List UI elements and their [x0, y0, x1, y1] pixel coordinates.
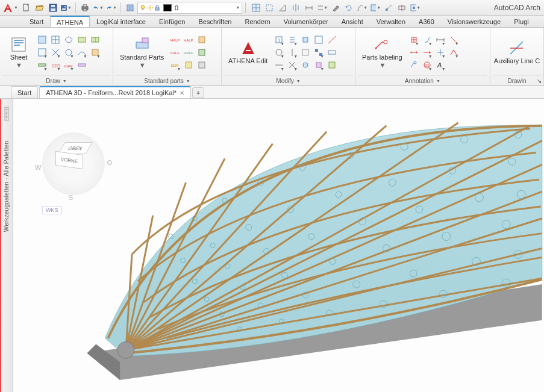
tab-logikal[interactable]: LogiKal interface	[90, 16, 152, 27]
tab-einfuegen[interactable]: Einfügen	[152, 16, 192, 27]
ann-btn-7[interactable]: ▼	[434, 46, 446, 58]
wrench-icon[interactable]	[330, 2, 342, 14]
layer-dropdown[interactable]: 0 ▼	[137, 2, 242, 14]
ann-btn-4[interactable]: ▼	[448, 34, 460, 46]
filetab-start[interactable]: Start	[11, 86, 38, 98]
tab-volumenkoerper[interactable]: Volumenkörper	[277, 16, 335, 27]
compass-w[interactable]: W	[35, 164, 41, 171]
sp-btn-3[interactable]	[196, 34, 208, 46]
draw-btn-12[interactable]: STS▼	[49, 59, 61, 71]
compass-o[interactable]: O	[107, 159, 112, 166]
parts-labeling-button[interactable]: Parts labeling ▼	[358, 34, 407, 70]
palette-handle-icon[interactable]	[2, 99, 11, 129]
dim2-icon[interactable]: ▼	[316, 2, 328, 14]
sp-btn-7[interactable]: EDR.▼	[169, 59, 181, 71]
tool2-icon[interactable]	[396, 2, 408, 14]
tab-ansicht[interactable]: Ansicht	[335, 16, 370, 27]
panel-draw-name[interactable]: Draw▼	[2, 75, 110, 85]
filetab-athena3d[interactable]: ATHENA 3D - Freiform...Revit 2018 LogiKa…	[39, 86, 191, 98]
new-icon[interactable]	[20, 2, 33, 14]
tool-palette-bar[interactable]: Werkzeugpaletten - Alle Paletten	[0, 99, 13, 392]
tab-a360[interactable]: A360	[412, 16, 441, 27]
grid-icon[interactable]	[250, 2, 262, 14]
match-props-icon[interactable]	[124, 2, 136, 14]
select-icon[interactable]	[263, 2, 275, 14]
mod-btn-13[interactable]	[299, 59, 311, 71]
mod-btn-8[interactable]	[299, 46, 311, 58]
athena-edit-button[interactable]: ATHENA Edit	[224, 38, 272, 66]
draw-btn-8[interactable]: ▼	[63, 46, 75, 58]
print-icon[interactable]	[79, 2, 91, 14]
sp-btn-4[interactable]: KALF.	[169, 46, 181, 58]
saveas-icon[interactable]: ▼	[60, 2, 72, 14]
sp-btn-8[interactable]	[183, 59, 195, 71]
mod-btn-3[interactable]	[299, 34, 311, 46]
draw-btn-14[interactable]	[76, 59, 88, 71]
mod-btn-10[interactable]	[326, 46, 338, 58]
ann-btn-10[interactable]: 01▼	[421, 59, 433, 71]
ucs-label[interactable]: WKS	[42, 206, 62, 214]
tab-beschriften[interactable]: Beschriften	[192, 16, 238, 27]
standardparts-button[interactable]: Standard Parts ▼	[116, 34, 168, 70]
draw-btn-1[interactable]	[36, 34, 48, 46]
ann-btn-9[interactable]	[408, 59, 420, 71]
draw-btn-7[interactable]: ▼	[49, 46, 61, 58]
arc-icon[interactable]: ▼	[356, 2, 368, 14]
draw-btn-10[interactable]: ▼	[89, 46, 101, 58]
draw-btn-3[interactable]	[63, 34, 75, 46]
compass-s[interactable]: S	[69, 194, 73, 201]
sheet-button[interactable]: Sheet ▼	[2, 34, 35, 70]
panel-standardparts-name[interactable]: Standard parts▼↘	[116, 75, 219, 85]
sp-btn-9[interactable]	[196, 59, 208, 71]
mod-btn-14[interactable]: ▼	[313, 59, 325, 71]
ann-btn-3[interactable]: ▼	[434, 34, 446, 46]
open-icon[interactable]	[34, 2, 46, 14]
sp-btn-1[interactable]: HALF.	[169, 34, 181, 46]
mod-btn-9[interactable]: ▼	[313, 46, 325, 58]
ann-btn-2[interactable]: ▼	[421, 34, 433, 46]
viewcube-face-front[interactable]: VORNE	[55, 151, 83, 169]
rotate-icon[interactable]	[343, 2, 355, 14]
draw-btn-6[interactable]: ▼	[36, 46, 48, 58]
draw-btn-5[interactable]	[89, 34, 101, 46]
panel-modify-name[interactable]: Modify▼	[224, 75, 352, 85]
mirror-icon[interactable]	[290, 2, 302, 14]
viewcube[interactable]: OBEN VORNE W O S	[37, 128, 110, 200]
ann-btn-6[interactable]: ▼	[421, 46, 433, 58]
sp-btn-6[interactable]	[196, 46, 208, 58]
auxiliary-line-button[interactable]: Auxiliary Line C	[493, 38, 541, 66]
tab-start[interactable]: Start	[23, 16, 50, 27]
mod-btn-11[interactable]: ▼	[273, 59, 285, 71]
tab-visionswerkzeuge[interactable]: Visionswerkzeuge	[441, 16, 507, 27]
add-tab-button[interactable]: +	[192, 87, 204, 98]
ann-btn-1[interactable]: ▼	[408, 34, 420, 46]
ann-btn-11[interactable]: A▼	[434, 59, 446, 71]
mod-btn-7[interactable]: ▼	[286, 46, 298, 58]
measure-tri-icon[interactable]	[277, 2, 289, 14]
mod-btn-4[interactable]	[313, 34, 325, 46]
save-icon[interactable]	[47, 2, 59, 14]
draw-btn-9[interactable]: ▼	[76, 46, 88, 58]
close-icon[interactable]: ✕	[180, 90, 184, 96]
dim-icon[interactable]	[303, 2, 315, 14]
tab-rendern[interactable]: Rendern	[238, 16, 277, 27]
tool3-icon[interactable]: ▼	[409, 2, 421, 14]
ann-btn-8[interactable]: ▼	[448, 46, 460, 58]
dialog-launcher-icon[interactable]: ↘	[537, 78, 542, 84]
draw-btn-2[interactable]	[49, 34, 61, 46]
app-menu-button[interactable]: ▼	[2, 1, 18, 14]
mod-btn-12[interactable]: ▼	[286, 59, 298, 71]
sp-btn-5[interactable]: HRLF.	[183, 46, 195, 58]
tool1-icon[interactable]	[383, 2, 395, 14]
mod-btn-1[interactable]: 1▼	[273, 34, 285, 46]
tab-plugins[interactable]: Plugi	[507, 16, 535, 27]
viewport[interactable]: OBEN VORNE W O S WKS	[13, 99, 544, 392]
mod-btn-2[interactable]: ▼	[286, 34, 298, 46]
tab-verwalten[interactable]: Verwalten	[370, 16, 412, 27]
draw-btn-4[interactable]	[76, 34, 88, 46]
sp-btn-2[interactable]: HALF.	[183, 34, 195, 46]
block-icon[interactable]: ▼	[369, 2, 381, 14]
ann-btn-5[interactable]	[408, 46, 420, 58]
panel-annotation-name[interactable]: Annotation▼	[358, 75, 487, 85]
tab-athena[interactable]: ATHENA	[50, 16, 90, 28]
